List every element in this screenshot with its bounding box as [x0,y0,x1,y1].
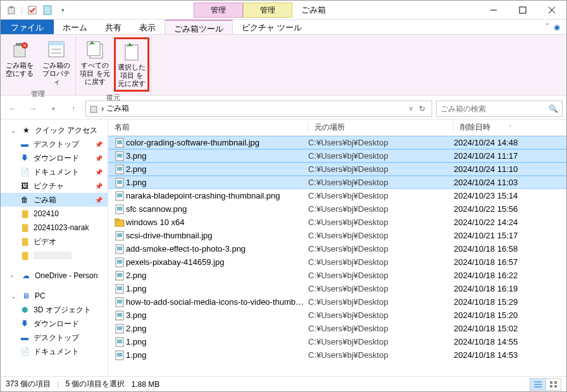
tab-view[interactable]: 表示 [130,20,165,34]
nav-back-button[interactable]: ← [4,101,21,117]
search-box[interactable]: 🔍 [436,101,563,117]
file-name: pexels-pixabay-414659.jpg [126,257,308,267]
column-date[interactable]: 削除日時ˇ [454,122,566,133]
recycle-bin-icon[interactable] [6,4,17,16]
qat-dropdown-icon[interactable]: ▾ [57,4,68,16]
file-row[interactable]: 2.pngC:¥Users¥bj¥Desktop2024/10/24 11:10 [108,162,566,176]
file-row[interactable]: pexels-pixabay-414659.jpgC:¥Users¥bj¥Des… [108,255,566,269]
empty-recycle-bin-button[interactable]: ごみ箱を 空にする [2,37,37,88]
nav-pc[interactable]: ⌄🖥PC [1,289,108,303]
ribbon: ごみ箱を 空にする ごみ箱の プロパティ 管理 すべての項目 を元に戻す 選択し… [1,35,566,95]
file-name: 3.png [126,310,308,320]
svg-rect-30 [115,219,119,221]
file-row[interactable]: 1.pngC:¥Users¥bj¥Desktop2024/10/24 11:03 [108,176,566,189]
file-deleted-date: 2024/10/22 14:24 [454,217,566,227]
file-row[interactable]: 1.pngC:¥Users¥bj¥Desktop2024/10/18 16:19 [108,282,566,295]
tab-file[interactable]: ファイル [1,20,54,34]
svg-rect-12 [49,42,64,46]
file-row[interactable]: 2.pngC:¥Users¥bj¥Desktop2024/10/18 15:02 [108,322,566,335]
checkbox-icon[interactable] [27,4,38,16]
file-deleted-date: 2024/10/18 16:22 [454,271,566,280]
nav-downloads-2[interactable]: 🡇ダウンロード [1,317,108,331]
file-deleted-date: 2024/10/22 15:56 [454,204,566,214]
tab-picture-tools[interactable]: ピクチャ ツール [233,20,311,34]
address-dropdown-icon[interactable]: v [409,105,413,112]
help-icon[interactable]: ◉ [554,23,560,32]
file-row[interactable]: naraka-bladepoint-crashing-thumbnail.png… [108,189,566,202]
search-input[interactable] [440,104,549,113]
context-tab-manage-pink: 管理 [194,3,243,18]
svg-rect-55 [554,381,557,384]
page-icon[interactable] [42,4,53,16]
tab-home[interactable]: ホーム [54,20,96,34]
nav-documents[interactable]: 📄ドキュメント📌 [1,165,108,179]
nav-pictures[interactable]: 🖼ピクチャ📌 [1,179,108,193]
svg-rect-28 [117,207,122,211]
file-name: 1.png [126,178,308,187]
restore-all-button[interactable]: すべての項目 を元に戻す [77,37,113,92]
svg-rect-22 [117,167,122,171]
file-deleted-date: 2024/10/21 15:17 [454,231,566,240]
file-icon [115,310,126,321]
file-icon [115,164,126,175]
file-list[interactable]: color-grading-software-thumbnail.jpgC:¥U… [108,136,566,376]
recycle-bin-properties-button[interactable]: ごみ箱の プロパティ [39,37,74,88]
nav-documents-2[interactable]: 📄ドキュメント [1,345,108,358]
file-row[interactable]: 1.pngC:¥Users¥bj¥Desktop2024/10/18 14:55 [108,335,566,348]
file-icon [115,297,126,307]
file-row[interactable]: add-smoke-effect-to-photo-3.pngC:¥Users¥… [108,242,566,255]
nav-folder-202410[interactable]: ▇202410 [1,207,108,221]
address-box[interactable]: › ごみ箱 v ↻ [85,101,432,117]
icons-view-button[interactable] [545,379,561,390]
file-row[interactable]: 1.pngC:¥Users¥bj¥Desktop2024/10/18 14:53 [108,348,566,362]
file-row[interactable]: 3.pngC:¥Users¥bj¥Desktop2024/10/24 11:17 [108,149,566,162]
tab-share[interactable]: 共有 [96,20,130,34]
nav-blurred-item[interactable]: ▇ [1,248,108,262]
file-row[interactable]: how-to-add-social-media-icons-to-video-t… [108,295,566,309]
svg-rect-1 [9,6,13,8]
nav-video[interactable]: ▇ビデオ [1,235,108,248]
nav-quick-access[interactable]: ⌄★クイック アクセス [1,123,108,137]
column-location[interactable]: 元の場所 [308,122,454,133]
file-row[interactable]: sfc scannow.pngC:¥Users¥bj¥Desktop2024/1… [108,202,566,216]
column-name[interactable]: 名前 [108,122,308,133]
file-deleted-date: 2024/10/24 11:10 [454,164,566,174]
nav-recent-dropdown[interactable]: ▾ [45,101,61,117]
maximize-button[interactable] [508,1,537,20]
nav-desktop[interactable]: ▬デスクトップ📌 [1,137,108,151]
cube-icon: ⬢ [20,305,30,315]
desktop-icon: ▬ [20,139,30,149]
list-header: 名前 元の場所 削除日時ˇ [108,119,566,136]
file-row[interactable]: windows 10 x64C:¥Users¥bj¥Desktop2024/10… [108,216,566,229]
nav-desktop-2[interactable]: ▬デスクトップ [1,331,108,345]
nav-downloads[interactable]: 🡇ダウンロード📌 [1,151,108,165]
nav-3d-objects[interactable]: ⬢3D オブジェクト [1,303,108,317]
restore-selected-button[interactable]: 選択した項目 を元に戻す [114,37,149,92]
nav-recycle-bin[interactable]: 🗑ごみ箱📌 [1,193,108,207]
desktop-icon: ▬ [20,333,30,343]
refresh-icon[interactable]: ↻ [415,104,429,113]
file-row[interactable]: scsi-drive-thumbnail.jpgC:¥Users¥bj¥Desk… [108,229,566,242]
nav-onedrive[interactable]: ›☁OneDrive - Person [1,269,108,283]
svg-rect-26 [117,193,122,197]
ribbon-collapse-icon[interactable]: ˇ [546,23,549,32]
file-deleted-date: 2024/10/23 15:14 [454,191,566,200]
svg-rect-56 [550,385,552,388]
svg-rect-48 [117,340,122,343]
file-row[interactable]: 3.pngC:¥Users¥bj¥Desktop2024/10/18 15:20 [108,309,566,322]
nav-forward-button[interactable]: → [25,101,41,117]
file-deleted-date: 2024/10/24 11:03 [454,178,566,187]
nav-folder-20241023[interactable]: ▇20241023-narak [1,221,108,235]
titlebar: | ▾ 管理 管理 ごみ箱 [1,1,566,20]
file-row[interactable]: 2.pngC:¥Users¥bj¥Desktop2024/10/18 16:22 [108,269,566,282]
close-button[interactable] [537,1,566,20]
details-view-button[interactable] [530,379,545,390]
file-row[interactable]: color-grading-software-thumbnail.jpgC:¥U… [108,136,566,149]
minimize-button[interactable] [479,1,508,20]
tab-recycle-tools[interactable]: ごみ箱ツール [165,20,233,34]
nav-up-button[interactable]: ↑ [65,101,82,117]
file-name: color-grading-software-thumbnail.jpg [126,138,308,147]
video-folder-icon: ▇ [20,236,30,247]
search-icon[interactable]: 🔍 [549,104,558,113]
navigation-pane[interactable]: ⌄★クイック アクセス ▬デスクトップ📌 🡇ダウンロード📌 📄ドキュメント📌 🖼… [1,119,108,376]
